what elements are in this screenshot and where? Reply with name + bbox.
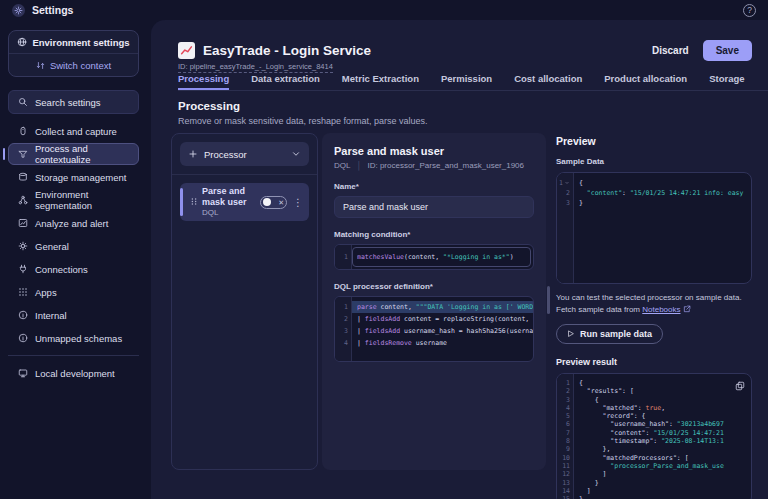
tab-bar: Processing Data extraction Metric Extrac…	[178, 73, 768, 91]
processor-type-badge: DQL	[334, 161, 350, 170]
tab[interactable]: Permission	[441, 73, 492, 90]
run-sample-data-button[interactable]: Run sample data	[556, 324, 663, 344]
preview-result-editor[interactable]: 123456789101112131415{ "results": [ { "m…	[556, 373, 752, 499]
plus-icon	[188, 149, 198, 159]
processor-enabled-toggle[interactable]: ✕	[260, 196, 287, 209]
editor-code[interactable]: matchesValue(content, "*Logging in as*")	[352, 247, 531, 267]
processor-id: ID: processor_Parse_and_mask_user_1906	[367, 161, 524, 170]
code-line: "content": "15/01/25 14:47:21	[579, 429, 751, 437]
environment-segmentation-icon	[18, 195, 28, 205]
code-line: "username_hash": "30213a4b697	[579, 420, 751, 428]
switch-context-icon	[36, 61, 45, 70]
add-processor-dropdown[interactable]: Processor	[180, 142, 309, 166]
tab[interactable]: Data extraction	[251, 73, 320, 90]
apps-grid-icon	[18, 287, 28, 297]
kebab-menu-icon[interactable]: ⋮	[293, 197, 303, 208]
code-line: "record": {	[579, 412, 751, 420]
editor-code[interactable]: { "content": "15/01/25 14:47:21 info: ea…	[574, 173, 751, 283]
sidebar-item[interactable]: Storage management	[8, 166, 139, 188]
external-link-icon[interactable]	[683, 305, 691, 313]
page-title: EasyTrade - Login Service	[203, 43, 371, 58]
sidebar-item-label: Environment segmentation	[35, 189, 129, 211]
sidebar-item[interactable]: Analyze and alert	[8, 212, 139, 234]
save-button[interactable]: Save	[703, 40, 752, 61]
code-line: {	[579, 178, 751, 188]
processor-item-name: Parse and mask user	[202, 186, 260, 208]
sidebar: Environment settings Switch context Sear…	[0, 20, 151, 499]
sidebar-item-label: Collect and capture	[35, 126, 117, 137]
name-input[interactable]	[334, 196, 534, 218]
scrollbar-thumb[interactable]	[547, 286, 550, 314]
search-settings-button[interactable]: Search settings	[8, 90, 139, 114]
copy-icon[interactable]	[735, 379, 745, 394]
matching-condition-editor[interactable]: 1matchesValue(content, "*Logging in as*"…	[334, 244, 534, 270]
sidebar-item[interactable]: Environment segmentation	[8, 189, 139, 211]
preview-result-label: Preview result	[556, 357, 752, 367]
storage-management-icon	[18, 172, 28, 182]
sidebar-item-label: Storage management	[35, 172, 126, 183]
sidebar-item[interactable]: Apps	[8, 281, 139, 303]
code-line: matchesValue(content, "*Logging in as*")	[357, 248, 530, 266]
divider	[172, 174, 317, 175]
notebooks-link[interactable]: Notebooks	[642, 305, 680, 314]
code-line: "timestamp": "2025-08-14T13:1	[579, 437, 751, 445]
environment-settings-card: Environment settings Switch context	[8, 30, 139, 77]
sidebar-item-label: Process and contextualize	[35, 143, 129, 165]
pipeline-id[interactable]: ID: pipeline_easyTrade_-_Login_service_8…	[178, 62, 333, 73]
globe-icon	[17, 37, 27, 47]
editor-code[interactable]: { "results": [ { "matched": true, "recor…	[574, 374, 751, 499]
tab[interactable]: Cost allocation	[514, 73, 582, 90]
settings-app-screen: Settings ? Environment settings Switch c…	[0, 0, 768, 499]
code-line: {	[579, 379, 751, 387]
code-line: }	[579, 479, 751, 487]
sidebar-item[interactable]: Connections	[8, 258, 139, 280]
code-line: },	[579, 445, 751, 453]
sidebar-item[interactable]: General	[8, 235, 139, 257]
processor-list-item[interactable]: Parse and mask user DQL ✕ ⋮	[180, 183, 309, 221]
code-line: "matched": true,	[579, 404, 751, 412]
editor-code[interactable]: parse content, """DATA 'Logging in as ['…	[352, 297, 533, 361]
title-row: EasyTrade - Login Service Discard Save	[178, 38, 752, 62]
switch-context-button[interactable]: Switch context	[9, 54, 138, 76]
discard-button[interactable]: Discard	[652, 45, 689, 56]
code-line: | fieldsAdd content = replaceString(cont…	[352, 313, 533, 325]
help-icon[interactable]: ?	[743, 4, 756, 17]
dql-definition-editor[interactable]: 1234parse content, """DATA 'Logging in a…	[334, 296, 534, 362]
toggle-knob	[263, 198, 271, 206]
code-line: | fieldsRemove username	[352, 337, 533, 349]
preview-title: Preview	[556, 135, 752, 147]
sidebar-item-label: Internal	[35, 310, 67, 321]
environment-settings-label: Environment settings	[32, 37, 129, 48]
sample-data-editor[interactable]: 123{ "content": "15/01/25 14:47:21 info:…	[556, 172, 752, 284]
chart-line-icon	[180, 44, 193, 57]
tab[interactable]: Product allocation	[604, 73, 687, 90]
internal-info-icon	[18, 310, 28, 320]
code-line: "results": [	[579, 387, 751, 395]
preview-panel: Preview Sample Data 123{ "content": "15/…	[556, 133, 752, 499]
tab[interactable]: Metric Extraction	[342, 73, 419, 90]
fold-chevron-icon[interactable]	[564, 180, 570, 186]
divider	[8, 355, 139, 356]
code-line: ]	[579, 487, 751, 495]
sidebar-item[interactable]: Unmapped schemas	[8, 327, 139, 349]
section-subtitle: Remove or mask sensitive data, reshape f…	[178, 116, 428, 126]
processor-detail-meta: DQL │ ID: processor_Parse_and_mask_user_…	[334, 161, 534, 170]
sidebar-item-label: Apps	[35, 287, 57, 298]
sidebar-item-label: General	[35, 241, 69, 252]
sidebar-item[interactable]: Process and contextualize	[8, 143, 139, 165]
run-sample-data-label: Run sample data	[580, 329, 652, 339]
sidebar-item-label: Unmapped schemas	[35, 333, 122, 344]
tab[interactable]: Processing	[178, 73, 229, 90]
add-processor-label: Processor	[204, 149, 247, 160]
sidebar-nav: Collect and capture Process and contextu…	[8, 120, 139, 385]
editor-gutter: 1	[335, 245, 352, 269]
sidebar-item[interactable]: Collect and capture	[8, 120, 139, 142]
tab[interactable]: Storage	[709, 73, 744, 90]
sidebar-item-label: Local development	[35, 368, 115, 379]
drag-handle-icon[interactable]	[190, 193, 198, 211]
code-line: | fieldsAdd username_hash = hashSha256(u…	[352, 325, 533, 337]
name-field-label: Name*	[334, 182, 534, 191]
connections-plug-icon	[18, 264, 28, 274]
sidebar-item[interactable]: Local development	[8, 362, 139, 384]
sidebar-item[interactable]: Internal	[8, 304, 139, 326]
